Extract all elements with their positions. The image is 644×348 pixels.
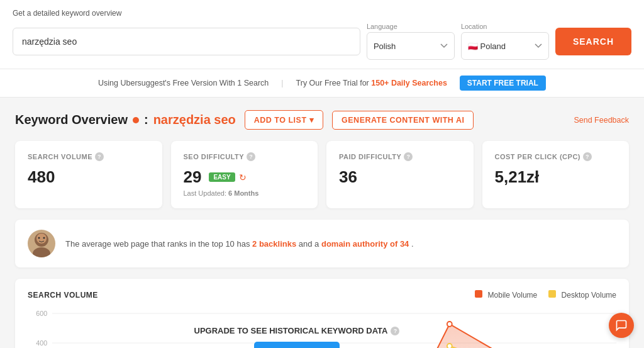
metrics-row: SEARCH VOLUME ? 480 SEO DIFFICULTY ? 29 … [15, 141, 629, 208]
start-free-trial-button[interactable]: START FREE TRIAL [460, 76, 546, 91]
tip-card: The average web page that ranks in the t… [15, 220, 629, 267]
main-content: Keyword Overview : narzędzia seo ADD TO … [0, 98, 644, 348]
search-bar: Get a detailed keyword overview Language… [0, 0, 644, 69]
trial-button[interactable]: 7-Day Free Trial [254, 342, 340, 348]
location-select[interactable]: 🇵🇱 Poland [461, 32, 549, 60]
chart-header: SEARCH VOLUME Mobile Volume Desktop Volu… [28, 290, 616, 300]
tip-domain-authority: domain authority of 34 [321, 239, 409, 249]
keyword-value: narzędzia seo [153, 113, 236, 127]
upgrade-info-icon[interactable]: ? [391, 327, 399, 335]
easy-badge: EASY [209, 172, 235, 182]
chart-area: UPGRADE TO SEE HISTORICAL KEYWORD DATA ?… [28, 307, 616, 348]
paid-difficulty-info-icon[interactable]: ? [404, 152, 413, 161]
add-list-label: ADD TO LIST [254, 116, 307, 125]
chat-bubble-button[interactable] [609, 313, 634, 338]
tip-text: The average web page that ranks in the t… [65, 239, 414, 249]
keyword-title: Keyword Overview : narzędzia seo [15, 113, 236, 127]
chart-title: SEARCH VOLUME [28, 291, 98, 300]
legend-desktop: Desktop Volume [548, 290, 616, 300]
seo-difficulty-value: 29 [184, 167, 202, 187]
cpc-value: 5,21zł [495, 167, 617, 187]
tip-period: . [411, 239, 414, 249]
tip-text-2: and a [299, 239, 321, 249]
seo-difficulty-info-icon[interactable]: ? [247, 152, 255, 161]
keyword-overview-label: Keyword Overview [15, 113, 128, 127]
metric-seo-difficulty: SEO DIFFICULTY ? 29 EASY ↻ Last Updated:… [171, 141, 318, 208]
search-input[interactable] [13, 28, 360, 55]
language-wrapper: Language Polish [367, 23, 455, 60]
svg-text:600: 600 [36, 310, 47, 317]
search-volume-value: 480 [28, 167, 150, 187]
banner: Using Ubersuggest's Free Version With 1 … [0, 69, 644, 98]
search-button[interactable]: SEARCH [555, 28, 631, 55]
avatar [28, 230, 55, 257]
svg-text:400: 400 [36, 339, 47, 347]
send-feedback-link[interactable]: Send Feedback [574, 116, 629, 125]
tip-text-1: The average web page that ranks in the t… [65, 239, 252, 249]
banner-divider: | [281, 79, 283, 87]
banner-text1: Using Ubersuggest's Free Version With 1 … [98, 79, 269, 87]
refresh-icon[interactable]: ↻ [239, 172, 247, 182]
desktop-volume-dot [548, 290, 556, 298]
paid-difficulty-label: PAID DIFFICULTY [339, 153, 401, 160]
svg-point-3 [38, 237, 40, 239]
legend-mobile: Mobile Volume [475, 290, 537, 300]
keyword-header: Keyword Overview : narzędzia seo ADD TO … [15, 110, 629, 130]
search-row: Language Polish Location 🇵🇱 Poland SEARC… [13, 23, 631, 60]
svg-point-4 [43, 237, 45, 239]
generate-content-button[interactable]: GENERATE CONTENT WITH AI [332, 111, 474, 130]
desktop-volume-label: Desktop Volume [562, 291, 616, 300]
chart-upgrade-overlay: UPGRADE TO SEE HISTORICAL KEYWORD DATA ?… [103, 326, 491, 348]
keyword-dot-icon [133, 117, 139, 123]
add-to-list-button[interactable]: ADD TO LIST ▾ [245, 110, 323, 130]
chart-legend: Mobile Volume Desktop Volume [475, 290, 616, 300]
upgrade-text: UPGRADE TO SEE HISTORICAL KEYWORD DATA ? [194, 326, 400, 335]
cpc-info-icon[interactable]: ? [583, 152, 592, 161]
tip-backlinks: 2 backlinks [252, 239, 296, 249]
cpc-label: COST PER CLICK (CPC) [495, 153, 581, 160]
search-volume-label: SEARCH VOLUME [28, 153, 92, 160]
mobile-volume-label: Mobile Volume [488, 291, 538, 300]
metric-paid-difficulty: PAID DIFFICULTY ? 36 [326, 141, 474, 208]
location-label: Location [461, 23, 549, 30]
seo-row: 29 EASY ↻ [184, 167, 306, 187]
metric-search-volume: SEARCH VOLUME ? 480 [15, 141, 162, 208]
paid-difficulty-value: 36 [339, 167, 461, 187]
banner-text2: Try Our Free Trial for 150+ Daily Search… [296, 79, 447, 87]
keyword-separator: : [144, 113, 148, 127]
svg-point-1 [33, 247, 50, 257]
language-label: Language [367, 23, 455, 30]
search-bar-label: Get a detailed keyword overview [13, 9, 631, 18]
language-select[interactable]: Polish [367, 32, 455, 60]
chevron-down-icon: ▾ [309, 115, 314, 125]
location-wrapper: Location 🇵🇱 Poland [461, 23, 549, 60]
mobile-volume-dot [475, 290, 482, 298]
seo-difficulty-sub: Last Updated: 6 Months [184, 189, 306, 197]
seo-difficulty-label: SEO DIFFICULTY [184, 153, 245, 160]
chart-card: SEARCH VOLUME Mobile Volume Desktop Volu… [15, 279, 629, 348]
search-volume-info-icon[interactable]: ? [95, 152, 104, 161]
metric-cpc: COST PER CLICK (CPC) ? 5,21zł [482, 141, 630, 208]
banner-highlight: 150+ Daily Searches [371, 79, 447, 87]
